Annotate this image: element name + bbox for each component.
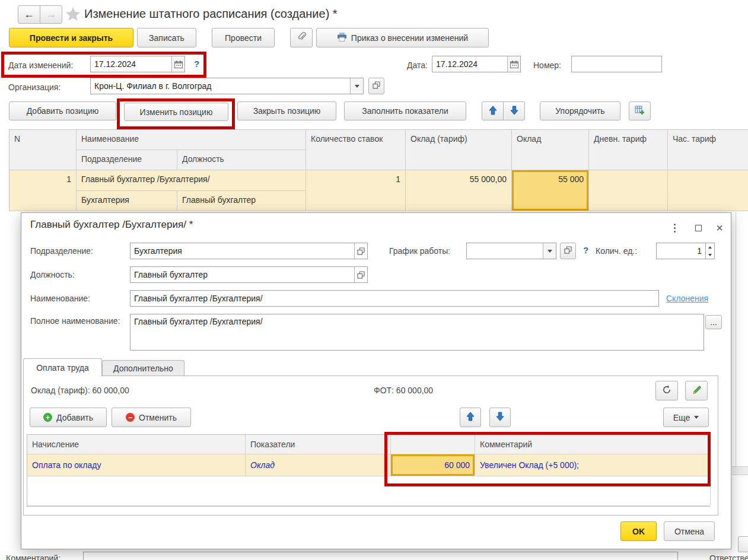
partial-button-fragment[interactable]: [738, 536, 748, 552]
add-accrual-button[interactable]: + Добавить: [30, 408, 107, 427]
back-button[interactable]: ←: [18, 5, 40, 24]
col-header-salary[interactable]: Оклад: [512, 130, 589, 170]
full-name-textarea[interactable]: [130, 314, 704, 351]
schedule-label: График работы:: [389, 246, 450, 256]
stepper-down-icon[interactable]: [706, 251, 714, 259]
edit-pencil-button[interactable]: [685, 381, 708, 400]
row-cell-comment[interactable]: Увеличен Оклад (+5 000);: [475, 454, 711, 476]
number-field[interactable]: [571, 56, 662, 72]
close-position-button[interactable]: Закрыть позицию: [237, 101, 336, 120]
organization-open-button[interactable]: [368, 78, 384, 94]
sort-button[interactable]: Упорядочить: [540, 101, 620, 120]
empty-table-area[interactable]: [27, 476, 711, 506]
ok-label: OK: [632, 527, 645, 536]
row-cell-salary-tariff[interactable]: 55 000,00: [406, 170, 512, 211]
move-up-button[interactable]: [482, 101, 504, 120]
date-label: Дата:: [407, 61, 428, 70]
change-date-help-icon[interactable]: ?: [194, 59, 199, 69]
positions-table: N Наименование Подразделение Должность К…: [9, 129, 748, 211]
ok-button[interactable]: OK: [620, 521, 657, 541]
tab-pay[interactable]: Оплата труда: [23, 358, 102, 376]
fill-indicators-button[interactable]: Заполнить показатели: [344, 101, 466, 120]
col-header-value[interactable]: [391, 435, 475, 454]
row-cell-salary-selected[interactable]: 55 000: [512, 170, 589, 211]
schedule-help-icon[interactable]: ?: [583, 245, 588, 255]
full-name-more-button[interactable]: ...: [705, 315, 722, 329]
row-cell-daily-tariff[interactable]: [589, 170, 668, 211]
declensions-link[interactable]: Склонения: [666, 294, 708, 303]
stepper-up-icon[interactable]: [706, 243, 714, 251]
position-dialog: Главный бухгалтер /Бухгалтерия/ * × Подр…: [21, 212, 731, 549]
refresh-button[interactable]: [655, 381, 678, 400]
attachments-button[interactable]: [290, 28, 313, 47]
row-cell-department[interactable]: Бухгалтерия: [77, 191, 177, 211]
sort-label: Упорядочить: [555, 106, 604, 116]
units-stepper[interactable]: [706, 243, 715, 259]
dialog-cancel-button[interactable]: Отмена: [664, 521, 715, 541]
schedule-open-button[interactable]: [560, 243, 576, 259]
date-field[interactable]: 17.12.2024: [432, 56, 521, 72]
name-field[interactable]: Главный бухгалтер /Бухгалтерия/: [130, 290, 659, 307]
department-field[interactable]: Бухгалтерия: [130, 243, 368, 259]
col-header-hourly-tariff[interactable]: Час. тариф: [668, 130, 748, 170]
position-label: Должность:: [30, 270, 75, 279]
organization-label: Организация:: [8, 82, 61, 92]
printer-icon: [337, 33, 347, 43]
write-button[interactable]: Записать: [137, 28, 196, 47]
row-cell-indicator[interactable]: Оклад: [246, 454, 391, 476]
comment-field[interactable]: [83, 552, 678, 560]
dropdown-caret-icon[interactable]: [350, 78, 363, 94]
kebab-menu-icon[interactable]: [667, 221, 682, 234]
open-icon[interactable]: [354, 243, 367, 259]
print-order-button[interactable]: Приказ о внесении изменений: [316, 28, 489, 47]
col-header-name[interactable]: Наименование: [77, 130, 306, 150]
accrual-move-down-button[interactable]: [489, 408, 511, 427]
accrual-move-up-button[interactable]: [460, 408, 481, 427]
row-cell-hourly-tariff[interactable]: [668, 170, 748, 211]
forward-button[interactable]: →: [40, 5, 62, 24]
col-header-department[interactable]: Подразделение: [77, 150, 177, 170]
row-cell-position[interactable]: Главный бухгалтер: [177, 191, 306, 211]
close-icon[interactable]: ×: [712, 221, 727, 234]
dropdown-caret-icon: [694, 416, 699, 419]
row-cell-accrual[interactable]: Оплата по окладу: [27, 454, 246, 476]
table-column-border: [736, 212, 736, 466]
more-button[interactable]: Еще: [663, 408, 709, 427]
col-header-accrual[interactable]: Начисление: [27, 435, 246, 454]
add-column-button[interactable]: [629, 101, 651, 120]
organization-combo[interactable]: Крон-Ц. Филиал в г. Волгоград: [90, 78, 364, 94]
open-icon[interactable]: [354, 267, 367, 282]
comment-label: Комментарий:: [6, 553, 61, 560]
position-field[interactable]: Главный бухгалтер: [130, 266, 368, 283]
col-header-indicators[interactable]: Показатели: [246, 435, 391, 454]
col-header-position[interactable]: Должность: [177, 150, 306, 170]
row-cell-value-selected[interactable]: 60 000: [391, 454, 475, 476]
dropdown-caret-icon[interactable]: [543, 243, 556, 259]
maximize-icon[interactable]: [690, 221, 706, 234]
calendar-icon[interactable]: [507, 56, 520, 72]
number-value: [572, 56, 661, 72]
row-cell-n[interactable]: 1: [9, 170, 77, 211]
edit-position-button[interactable]: Изменить позицию: [124, 103, 228, 121]
post-button[interactable]: Провести: [212, 28, 275, 47]
tab-additional[interactable]: Дополнительно: [102, 360, 184, 376]
table-scrollbar-fragment[interactable]: [732, 466, 748, 475]
row-cell-rate-count[interactable]: 1: [306, 170, 406, 211]
col-header-rate-count[interactable]: Количество ставок: [306, 130, 406, 170]
calendar-icon[interactable]: [171, 56, 184, 72]
row-cell-name[interactable]: Главный бухгалтер /Бухгалтерия/: [77, 170, 306, 191]
post-and-close-button[interactable]: Провести и закрыть: [9, 28, 133, 47]
favorite-star-icon[interactable]: [65, 7, 81, 24]
change-date-field[interactable]: 17.12.2024: [90, 56, 185, 72]
add-position-button[interactable]: Добавить позицию: [9, 101, 116, 120]
move-down-button[interactable]: [503, 101, 525, 120]
col-header-salary-tariff[interactable]: Оклад (тариф): [406, 130, 512, 170]
col-header-n[interactable]: N: [9, 130, 77, 170]
change-date-value: 17.12.2024: [91, 56, 171, 72]
cancel-accrual-button[interactable]: − Отменить: [112, 408, 191, 427]
col-header-comment[interactable]: Комментарий: [475, 435, 711, 454]
arrow-up-icon: [489, 106, 497, 117]
schedule-combo[interactable]: [466, 243, 556, 259]
col-header-daily-tariff[interactable]: Дневн. тариф: [589, 130, 668, 170]
units-field[interactable]: 1: [656, 243, 706, 259]
